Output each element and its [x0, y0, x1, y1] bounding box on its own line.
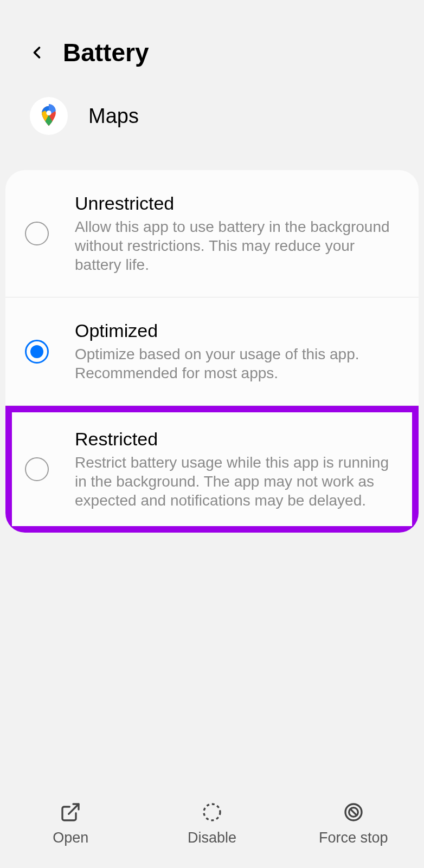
app-name: Maps — [88, 105, 139, 128]
battery-options-card: Unrestricted Allow this app to use batte… — [5, 170, 419, 533]
option-text: Unrestricted Allow this app to use batte… — [75, 193, 401, 274]
back-icon[interactable] — [27, 43, 47, 62]
option-title: Restricted — [75, 429, 401, 450]
option-description: Allow this app to use battery in the bac… — [75, 217, 401, 274]
option-text: Restricted Restrict battery usage while … — [75, 429, 401, 510]
app-info: Maps — [0, 83, 424, 162]
disable-button[interactable]: Disable — [142, 800, 283, 846]
radio-unrestricted[interactable] — [25, 222, 49, 245]
svg-point-0 — [46, 111, 51, 115]
option-description: Restrict battery usage while this app is… — [75, 453, 401, 510]
svg-line-1 — [69, 804, 79, 814]
option-title: Optimized — [75, 320, 401, 341]
svg-point-2 — [204, 804, 220, 820]
option-unrestricted[interactable]: Unrestricted Allow this app to use batte… — [5, 170, 419, 297]
option-description: Optimize based on your usage of this app… — [75, 345, 401, 383]
force-stop-button[interactable]: Force stop — [282, 800, 424, 846]
radio-optimized[interactable] — [25, 340, 49, 364]
option-restricted[interactable]: Restricted Restrict battery usage while … — [8, 408, 416, 530]
bottom-action-bar: Open Disable Force stop — [0, 789, 424, 868]
disable-icon — [200, 800, 224, 824]
maps-app-icon — [30, 97, 68, 135]
option-title: Unrestricted — [75, 193, 401, 214]
svg-line-5 — [350, 809, 357, 815]
open-button[interactable]: Open — [0, 800, 142, 846]
force-stop-label: Force stop — [319, 830, 388, 846]
open-label: Open — [53, 830, 88, 846]
force-stop-icon — [342, 800, 365, 824]
page-title: Battery — [63, 38, 149, 67]
disable-label: Disable — [188, 830, 236, 846]
open-icon — [59, 800, 82, 824]
option-optimized[interactable]: Optimized Optimize based on your usage o… — [5, 297, 419, 406]
option-text: Optimized Optimize based on your usage o… — [75, 320, 401, 383]
radio-restricted[interactable] — [25, 457, 49, 481]
header: Battery — [0, 0, 424, 83]
